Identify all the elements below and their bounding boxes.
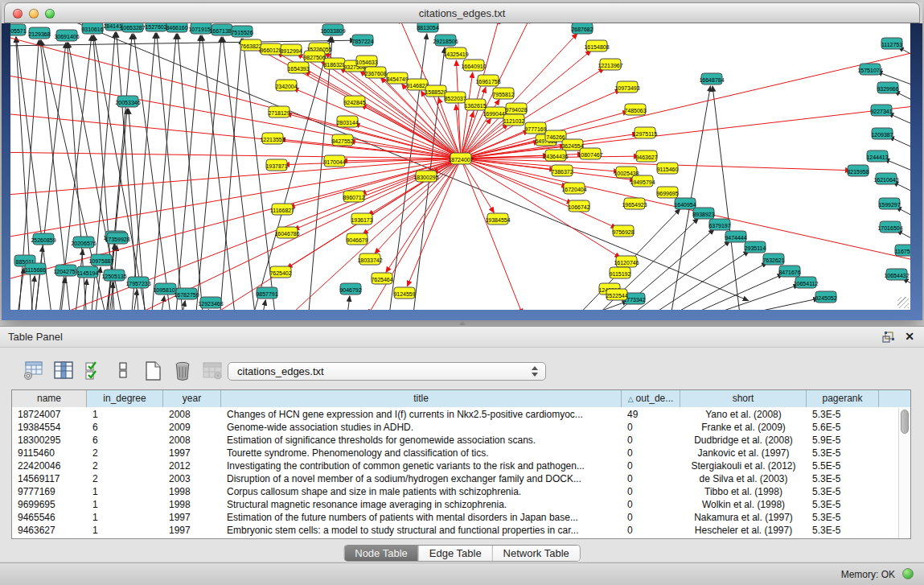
- graph-node[interactable]: 8466160: [166, 23, 187, 32]
- graph-edge[interactable]: [461, 159, 523, 310]
- graph-node[interactable]: 9310616: [81, 23, 103, 34]
- graph-node[interactable]: 9756928: [612, 225, 634, 237]
- table-row[interactable]: 946362711997Embryonic stem cells: a mode…: [12, 524, 898, 537]
- graph-edge[interactable]: [903, 278, 910, 299]
- graph-node[interactable]: 1167533: [895, 245, 910, 256]
- graph-node[interactable]: 18033742: [357, 253, 382, 265]
- graph-edge[interactable]: [456, 60, 461, 159]
- graph-node[interactable]: 7386372: [551, 165, 573, 176]
- graph-node[interactable]: 9474444: [725, 231, 746, 242]
- graph-node[interactable]: 19384554: [485, 213, 510, 225]
- graph-edge[interactable]: [75, 249, 83, 310]
- graph-node[interactable]: 15751074: [857, 64, 882, 75]
- table-vertical-scrollbar[interactable]: [898, 408, 910, 538]
- graph-node[interactable]: 1527602: [145, 23, 166, 31]
- graph-edge[interactable]: [894, 91, 910, 112]
- graph-node[interactable]: 16210643: [873, 173, 898, 184]
- graph-edge[interactable]: [284, 159, 461, 165]
- graph-node[interactable]: 18300295: [413, 171, 438, 182]
- close-panel-icon[interactable]: ✕: [905, 330, 914, 343]
- graph-edge[interactable]: [889, 137, 910, 158]
- graph-node[interactable]: 9046679: [346, 233, 368, 245]
- graph-node[interactable]: 9115192: [610, 267, 631, 278]
- scrollbar-thumb[interactable]: [901, 410, 909, 434]
- graph-node[interactable]: 2687682: [571, 23, 593, 34]
- graph-node[interactable]: 10807467: [577, 148, 602, 159]
- column-header-pagerank[interactable]: pagerank: [807, 390, 879, 407]
- graph-edge[interactable]: [363, 159, 461, 234]
- graph-node[interactable]: 18724007: [448, 153, 473, 164]
- graph-edge[interactable]: [175, 35, 200, 310]
- graph-node[interactable]: 16640910: [461, 60, 486, 71]
- table-options-icon[interactable]: [23, 360, 45, 381]
- table-row[interactable]: 911546021997Tourette syndrome. Phenomeno…: [12, 447, 898, 459]
- graph-node[interactable]: 7625464: [371, 273, 392, 284]
- graph-node[interactable]: 7955812: [492, 88, 514, 99]
- graph-node[interactable]: 9170044: [323, 155, 345, 167]
- graph-node[interactable]: 12923468: [198, 297, 223, 308]
- graph-node[interactable]: 24364436: [543, 150, 568, 161]
- graph-node[interactable]: 7515526: [231, 26, 253, 37]
- graph-node[interactable]: 2718129: [268, 106, 290, 117]
- tab-network-table[interactable]: Network Table: [492, 546, 580, 561]
- panel-divider-handle[interactable]: [456, 321, 467, 325]
- graph-node[interactable]: 16782759: [174, 288, 199, 299]
- graph-edge[interactable]: [261, 300, 265, 310]
- column-header-out-de-[interactable]: △out_de...: [622, 390, 680, 407]
- graph-node[interactable]: 8938923: [692, 208, 714, 219]
- graph-node[interactable]: 7632621: [762, 253, 784, 265]
- graph-node[interactable]: 7663822: [240, 39, 261, 51]
- graph-node[interactable]: 7485063: [624, 104, 646, 115]
- graph-node[interactable]: 10653287: [120, 23, 145, 32]
- graph-node[interactable]: 2129368: [28, 27, 50, 39]
- graph-edge[interactable]: [461, 159, 620, 257]
- graph-edge[interactable]: [223, 37, 256, 310]
- delete-icon[interactable]: [171, 360, 194, 381]
- column-header-year[interactable]: year: [163, 390, 221, 407]
- graph-node[interactable]: 2342004: [275, 80, 297, 91]
- tab-node-table[interactable]: Node Table: [344, 546, 418, 561]
- graph-node[interactable]: 30691406: [54, 30, 79, 41]
- clear-selection-icon[interactable]: [112, 360, 134, 381]
- graph-node[interactable]: 9329966: [877, 82, 898, 93]
- graph-node[interactable]: 8912994: [280, 44, 302, 56]
- graph-node[interactable]: 12213553: [260, 133, 285, 144]
- citation-network-graph[interactable]: 3405571212936830691406931061628414175106…: [10, 23, 910, 310]
- graph-node[interactable]: 1599297: [878, 198, 900, 209]
- graph-edge[interactable]: [573, 301, 628, 310]
- graph-node[interactable]: 1362615: [464, 99, 486, 110]
- graph-node[interactable]: 29218506: [433, 35, 458, 46]
- graph-edge[interactable]: [17, 268, 24, 310]
- graph-node[interactable]: 20053346: [115, 96, 140, 107]
- graph-node[interactable]: 9115460: [657, 163, 679, 174]
- graph-node[interactable]: 1112753: [881, 38, 902, 49]
- column-header-in-degree[interactable]: in_degree: [87, 390, 163, 407]
- table-row[interactable]: 2242004622012Investigating the contribut…: [12, 459, 898, 472]
- float-panel-icon[interactable]: [882, 332, 895, 343]
- select-all-icon[interactable]: [82, 360, 105, 381]
- graph-node[interactable]: 8522037: [444, 92, 466, 103]
- graph-node[interactable]: 9124559: [393, 287, 415, 299]
- graph-node[interactable]: 1937871: [265, 159, 287, 171]
- graph-node[interactable]: 11166827: [270, 204, 294, 215]
- memory-status-icon[interactable]: [902, 568, 914, 579]
- table-row[interactable]: 977716911998Corpus callosum shape and si…: [12, 485, 898, 498]
- column-visibility-icon[interactable]: [52, 360, 75, 381]
- network-canvas[interactable]: 3405571212936830691406931061628414175106…: [10, 23, 910, 310]
- graph-node[interactable]: 12042757: [53, 265, 78, 276]
- graph-node[interactable]: 1209387: [871, 128, 893, 139]
- graph-node[interactable]: 8454749: [386, 72, 408, 84]
- graph-edge[interactable]: [10, 33, 461, 159]
- graph-edge[interactable]: [898, 47, 910, 68]
- graph-node[interactable]: 9245052: [815, 291, 836, 303]
- graph-node[interactable]: 9660128: [260, 43, 281, 55]
- graph-node[interactable]: 10654432: [884, 269, 909, 280]
- graph-node[interactable]: 8471676: [778, 266, 800, 277]
- delete-table-icon[interactable]: [201, 360, 224, 381]
- graph-node[interactable]: 1066742: [568, 200, 589, 212]
- graph-edge[interactable]: [461, 159, 494, 212]
- graph-edge[interactable]: [35, 246, 43, 310]
- graph-edge[interactable]: [151, 34, 176, 310]
- table-row[interactable]: 946554611997Estimation of the future num…: [12, 511, 898, 524]
- graph-node[interactable]: 1115686: [25, 263, 46, 274]
